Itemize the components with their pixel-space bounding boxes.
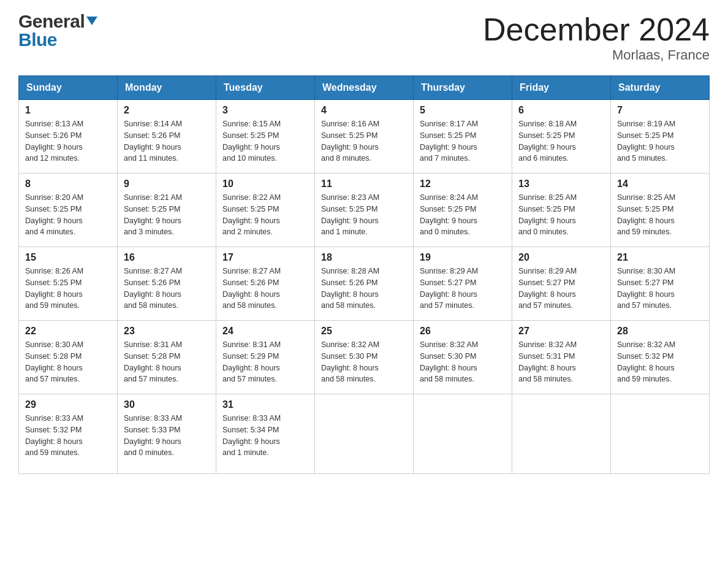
day-info: Sunrise: 8:24 AM Sunset: 5:25 PM Dayligh…: [420, 192, 506, 238]
day-number: 29: [25, 399, 111, 410]
calendar-cell: 15 Sunrise: 8:26 AM Sunset: 5:25 PM Dayl…: [19, 247, 118, 321]
day-info: Sunrise: 8:32 AM Sunset: 5:31 PM Dayligh…: [518, 339, 604, 385]
day-info: Sunrise: 8:28 AM Sunset: 5:26 PM Dayligh…: [321, 266, 407, 312]
week-row-2: 8 Sunrise: 8:20 AM Sunset: 5:25 PM Dayli…: [19, 174, 710, 247]
week-row-3: 15 Sunrise: 8:26 AM Sunset: 5:25 PM Dayl…: [19, 247, 710, 321]
day-number: 21: [617, 252, 703, 263]
calendar-cell: 8 Sunrise: 8:20 AM Sunset: 5:25 PM Dayli…: [19, 174, 118, 247]
calendar-cell: 14 Sunrise: 8:25 AM Sunset: 5:25 PM Dayl…: [611, 174, 710, 247]
day-info: Sunrise: 8:33 AM Sunset: 5:34 PM Dayligh…: [222, 413, 308, 459]
calendar-cell: 2 Sunrise: 8:14 AM Sunset: 5:26 PM Dayli…: [118, 100, 216, 174]
day-number: 26: [420, 326, 506, 337]
day-number: 5: [420, 105, 506, 116]
header-tuesday: Tuesday: [216, 76, 315, 100]
calendar-cell: 23 Sunrise: 8:31 AM Sunset: 5:28 PM Dayl…: [118, 321, 216, 394]
day-info: Sunrise: 8:30 AM Sunset: 5:27 PM Dayligh…: [617, 266, 703, 312]
header-thursday: Thursday: [414, 76, 512, 100]
day-info: Sunrise: 8:21 AM Sunset: 5:25 PM Dayligh…: [124, 192, 210, 238]
calendar-cell: 5 Sunrise: 8:17 AM Sunset: 5:25 PM Dayli…: [414, 100, 512, 174]
calendar-cell: 21 Sunrise: 8:30 AM Sunset: 5:27 PM Dayl…: [611, 247, 710, 321]
day-info: Sunrise: 8:13 AM Sunset: 5:26 PM Dayligh…: [25, 118, 111, 164]
day-number: 8: [25, 178, 111, 190]
day-number: 20: [518, 252, 604, 263]
calendar-cell: 7 Sunrise: 8:19 AM Sunset: 5:25 PM Dayli…: [611, 100, 710, 174]
calendar-cell: [315, 394, 414, 474]
calendar-table: SundayMondayTuesdayWednesdayThursdayFrid…: [18, 75, 710, 474]
day-number: 7: [617, 105, 703, 116]
logo-arrow-icon: [86, 17, 97, 29]
logo-blue: Blue: [18, 29, 57, 50]
day-info: Sunrise: 8:25 AM Sunset: 5:25 PM Dayligh…: [617, 192, 703, 238]
day-info: Sunrise: 8:33 AM Sunset: 5:32 PM Dayligh…: [25, 413, 111, 459]
day-info: Sunrise: 8:26 AM Sunset: 5:25 PM Dayligh…: [25, 266, 111, 312]
calendar-cell: 31 Sunrise: 8:33 AM Sunset: 5:34 PM Dayl…: [216, 394, 315, 474]
header-wednesday: Wednesday: [315, 76, 414, 100]
day-info: Sunrise: 8:27 AM Sunset: 5:26 PM Dayligh…: [124, 266, 210, 312]
calendar-cell: [611, 394, 710, 474]
day-number: 25: [321, 326, 407, 337]
title-block: December 2024 Morlaas, France: [483, 12, 710, 63]
day-number: 15: [25, 252, 111, 263]
day-info: Sunrise: 8:14 AM Sunset: 5:26 PM Dayligh…: [124, 118, 210, 164]
day-number: 13: [518, 178, 604, 190]
week-row-4: 22 Sunrise: 8:30 AM Sunset: 5:28 PM Dayl…: [19, 321, 710, 394]
calendar-cell: 28 Sunrise: 8:32 AM Sunset: 5:32 PM Dayl…: [611, 321, 710, 394]
calendar-cell: 25 Sunrise: 8:32 AM Sunset: 5:30 PM Dayl…: [315, 321, 414, 394]
day-number: 23: [124, 326, 210, 337]
calendar-cell: 19 Sunrise: 8:29 AM Sunset: 5:27 PM Dayl…: [414, 247, 512, 321]
page-header: General Blue December 2024 Morlaas, Fran…: [18, 12, 710, 63]
header-friday: Friday: [512, 76, 611, 100]
day-number: 24: [222, 326, 308, 337]
day-number: 22: [25, 326, 111, 337]
location-subtitle: Morlaas, France: [483, 47, 710, 63]
day-number: 17: [222, 252, 308, 263]
logo-general: General: [18, 12, 85, 31]
calendar-cell: 18 Sunrise: 8:28 AM Sunset: 5:26 PM Dayl…: [315, 247, 414, 321]
calendar-cell: [414, 394, 512, 474]
calendar-cell: 4 Sunrise: 8:16 AM Sunset: 5:25 PM Dayli…: [315, 100, 414, 174]
day-info: Sunrise: 8:29 AM Sunset: 5:27 PM Dayligh…: [420, 266, 506, 312]
day-number: 12: [420, 178, 506, 190]
calendar-cell: 6 Sunrise: 8:18 AM Sunset: 5:25 PM Dayli…: [512, 100, 611, 174]
calendar-cell: 16 Sunrise: 8:27 AM Sunset: 5:26 PM Dayl…: [118, 247, 216, 321]
day-info: Sunrise: 8:27 AM Sunset: 5:26 PM Dayligh…: [222, 266, 308, 312]
day-info: Sunrise: 8:16 AM Sunset: 5:25 PM Dayligh…: [321, 118, 407, 164]
header-sunday: Sunday: [19, 76, 118, 100]
calendar-cell: 10 Sunrise: 8:22 AM Sunset: 5:25 PM Dayl…: [216, 174, 315, 247]
week-row-1: 1 Sunrise: 8:13 AM Sunset: 5:26 PM Dayli…: [19, 100, 710, 174]
day-number: 28: [617, 326, 703, 337]
day-number: 30: [124, 399, 210, 410]
day-number: 10: [222, 178, 308, 190]
day-number: 2: [124, 105, 210, 116]
day-info: Sunrise: 8:29 AM Sunset: 5:27 PM Dayligh…: [518, 266, 604, 312]
day-number: 16: [124, 252, 210, 263]
day-info: Sunrise: 8:23 AM Sunset: 5:25 PM Dayligh…: [321, 192, 407, 238]
day-number: 4: [321, 105, 407, 116]
day-info: Sunrise: 8:25 AM Sunset: 5:25 PM Dayligh…: [518, 192, 604, 238]
day-info: Sunrise: 8:30 AM Sunset: 5:28 PM Dayligh…: [25, 339, 111, 385]
calendar-cell: 22 Sunrise: 8:30 AM Sunset: 5:28 PM Dayl…: [19, 321, 118, 394]
day-number: 19: [420, 252, 506, 263]
day-number: 27: [518, 326, 604, 337]
day-number: 1: [25, 105, 111, 116]
header-monday: Monday: [118, 76, 216, 100]
weekday-header-row: SundayMondayTuesdayWednesdayThursdayFrid…: [19, 76, 710, 100]
day-info: Sunrise: 8:31 AM Sunset: 5:28 PM Dayligh…: [124, 339, 210, 385]
calendar-cell: 30 Sunrise: 8:33 AM Sunset: 5:33 PM Dayl…: [118, 394, 216, 474]
calendar-cell: 1 Sunrise: 8:13 AM Sunset: 5:26 PM Dayli…: [19, 100, 118, 174]
day-info: Sunrise: 8:19 AM Sunset: 5:25 PM Dayligh…: [617, 118, 703, 164]
calendar-cell: 9 Sunrise: 8:21 AM Sunset: 5:25 PM Dayli…: [118, 174, 216, 247]
day-number: 3: [222, 105, 308, 116]
day-info: Sunrise: 8:31 AM Sunset: 5:29 PM Dayligh…: [222, 339, 308, 385]
calendar-cell: 3 Sunrise: 8:15 AM Sunset: 5:25 PM Dayli…: [216, 100, 315, 174]
day-info: Sunrise: 8:32 AM Sunset: 5:30 PM Dayligh…: [420, 339, 506, 385]
day-number: 6: [518, 105, 604, 116]
header-saturday: Saturday: [611, 76, 710, 100]
day-number: 18: [321, 252, 407, 263]
day-info: Sunrise: 8:17 AM Sunset: 5:25 PM Dayligh…: [420, 118, 506, 164]
day-number: 31: [222, 399, 308, 410]
day-number: 9: [124, 178, 210, 190]
day-info: Sunrise: 8:33 AM Sunset: 5:33 PM Dayligh…: [124, 413, 210, 459]
day-number: 11: [321, 178, 407, 190]
calendar-cell: 26 Sunrise: 8:32 AM Sunset: 5:30 PM Dayl…: [414, 321, 512, 394]
